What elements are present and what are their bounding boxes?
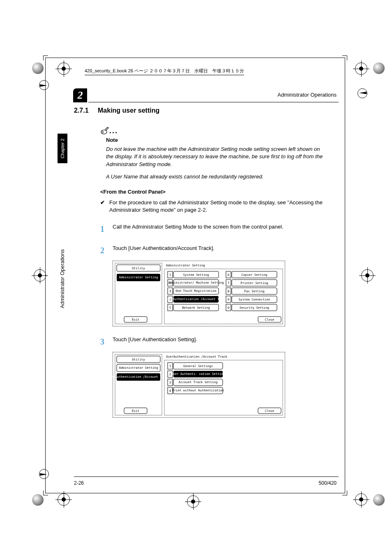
- svg-text:Utility: Utility: [132, 358, 145, 361]
- svg-text:General Settings: General Settings: [183, 364, 213, 368]
- svg-text:0: 0: [228, 306, 230, 310]
- svg-text:8: 8: [228, 289, 230, 293]
- svg-text:6: 6: [228, 273, 230, 277]
- svg-text:1: 1: [169, 364, 171, 368]
- section-title: Making user setting: [98, 107, 159, 114]
- svg-text:7: 7: [228, 281, 230, 285]
- header-rule: [88, 102, 339, 102]
- section-number: 2.7.1: [74, 107, 98, 114]
- svg-text:Copier Setting: Copier Setting: [241, 273, 267, 277]
- registration-mark: [355, 62, 367, 75]
- svg-text:Administrator Setting: Administrator Setting: [119, 366, 158, 370]
- step-number-3: 3: [100, 335, 113, 348]
- svg-text:System Connection: System Connection: [239, 298, 270, 301]
- note-body-2: A User Name that already exists cannot b…: [106, 173, 325, 180]
- svg-text:Utility: Utility: [132, 266, 145, 270]
- svg-text:3: 3: [169, 381, 171, 384]
- svg-text:Network Setting: Network Setting: [182, 306, 210, 310]
- registration-mark: [361, 269, 374, 282]
- subheading: <From the Control Panel>: [100, 189, 337, 195]
- svg-text:Print without Authentication: Print without Authentication: [172, 388, 224, 392]
- svg-text:Fax Setting: Fax Setting: [244, 289, 265, 293]
- svg-text:Administrator Setting: Administrator Setting: [166, 264, 205, 267]
- svg-text:Security Setting: Security Setting: [240, 306, 269, 310]
- svg-text:4: 4: [169, 389, 171, 393]
- step-text-2: Touch [User Authentication/Account Track…: [113, 244, 214, 257]
- svg-text:Close: Close: [265, 409, 274, 413]
- svg-text:UserAuthentication /Account Tr: UserAuthentication /Account Track: [166, 355, 227, 358]
- svg-text:Exit: Exit: [132, 318, 139, 321]
- svg-text:1: 1: [169, 273, 171, 277]
- svg-text:5: 5: [169, 306, 171, 310]
- lcd-screenshot-2: Utility Administrator Setting UserAuthen…: [113, 352, 285, 418]
- registration-mark: [58, 493, 70, 506]
- note-body-1: Do not leave the machine with the Admini…: [106, 146, 325, 168]
- step-number-1: 1: [100, 223, 113, 235]
- page-number: 2-26: [74, 480, 84, 486]
- registration-mark: [355, 493, 367, 506]
- chapter-badge: 2: [73, 88, 87, 102]
- lcd-screenshot-1: Utility Administrator Setting Exit Admin…: [113, 261, 285, 326]
- side-chapter-label: Administrator Operations: [59, 249, 65, 308]
- svg-text:Close: Close: [265, 318, 274, 321]
- svg-text:Printer Setting: Printer Setting: [240, 281, 268, 285]
- footer-rule: [74, 476, 339, 477]
- svg-text:Exit: Exit: [132, 409, 139, 413]
- svg-text:Administrator/ Machine Setting: Administrator/ Machine Setting: [168, 281, 224, 284]
- print-sphere: [32, 62, 44, 74]
- note-label: Note: [106, 137, 337, 143]
- svg-text:UserAuthentication /Account Tr: UserAuthentication /Account Track: [165, 297, 226, 301]
- svg-text:Account Track Setting: Account Track Setting: [179, 380, 218, 384]
- svg-text:Administrator Setting: Administrator Setting: [119, 275, 158, 279]
- print-sphere: [373, 62, 385, 74]
- book-header-line: 420_security_E.book 26 ページ ２００７年３月７日 水曜日…: [85, 68, 244, 75]
- chapter-side-tab: Chapter 2: [58, 134, 67, 163]
- model-number: 500/420: [319, 480, 337, 486]
- svg-text:One-Touch Registration: One-Touch Registration: [175, 289, 216, 293]
- step-number-2: 2: [100, 244, 113, 257]
- check-text: For the procedure to call the Administra…: [109, 199, 325, 214]
- section-heading: 2.7.1Making user setting: [74, 107, 337, 114]
- step-text-1: Call the Administrator Setting Mode to t…: [113, 223, 284, 235]
- running-header: Administrator Operations: [277, 92, 337, 98]
- check-icon: ✔: [100, 199, 109, 214]
- arrow-mark: [357, 88, 367, 98]
- svg-text:9: 9: [228, 298, 230, 301]
- svg-text:3: 3: [169, 289, 171, 293]
- registration-mark: [187, 495, 199, 508]
- svg-text:User Authenti- cation Setting: User Authenti- cation Setting: [171, 372, 225, 376]
- svg-text:System Setting: System Setting: [183, 273, 209, 277]
- note-icon: ...: [100, 127, 118, 135]
- step-text-3: Touch [User Authentication Setting].: [113, 335, 197, 348]
- registration-mark: [34, 269, 46, 282]
- print-sphere: [32, 494, 44, 506]
- svg-text:UserAuthentication /Account Tr: UserAuthentication /Account Track: [113, 375, 169, 379]
- print-sphere: [373, 494, 385, 506]
